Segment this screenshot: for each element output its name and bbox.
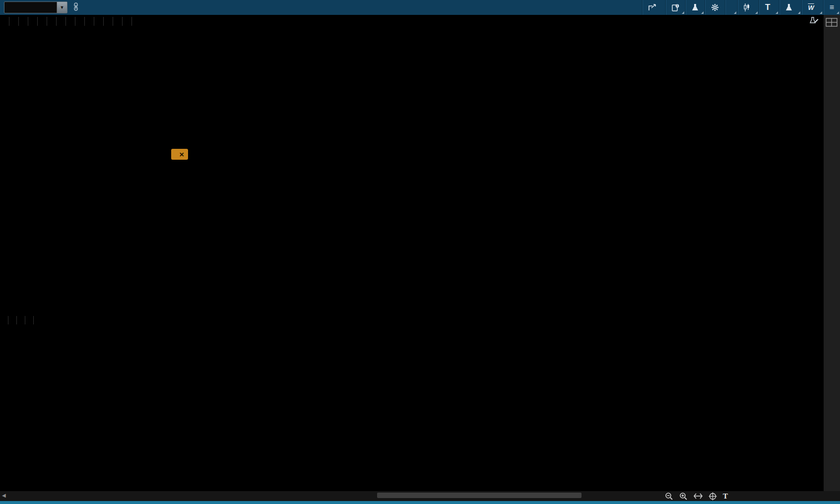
toolbar-left: ▼	[0, 1, 642, 13]
menu-button[interactable]: ≡	[823, 0, 840, 15]
dropdown-corner	[775, 11, 778, 14]
rsi-param-30	[17, 316, 25, 324]
rsi-study-label[interactable]	[0, 316, 8, 324]
pan-arrows-icon[interactable]	[694, 493, 703, 500]
toolbar-right: i T	[642, 0, 840, 15]
quick-study-button[interactable]	[685, 0, 705, 15]
symbol-dropdown-icon[interactable]: ▼	[57, 2, 67, 13]
dropdown-corner	[701, 11, 704, 14]
drawings-icon: T	[765, 2, 770, 12]
zoom-out-icon[interactable]	[665, 492, 673, 501]
drawings-button[interactable]: T	[759, 0, 779, 15]
sma10-study-label[interactable]	[66, 17, 75, 26]
timeframe-button[interactable]	[725, 0, 737, 15]
ohlc-high	[28, 17, 38, 26]
studies-ellipsis[interactable]	[123, 17, 132, 26]
sma50-study-label[interactable]	[104, 17, 113, 26]
thinkorswim-window: ▼ i	[0, 0, 840, 504]
mark-alert-badge[interactable]: ✕	[171, 149, 188, 160]
zoom-in-icon[interactable]	[679, 492, 688, 501]
dropdown-corner	[682, 11, 684, 14]
dropdown-corner	[734, 11, 736, 14]
chart-header-row	[0, 15, 824, 28]
text-tool-icon[interactable]: T	[723, 492, 728, 501]
edit-studies-button[interactable]	[810, 17, 824, 26]
crosshair-icon[interactable]	[709, 492, 717, 501]
price-chart-canvas[interactable]	[0, 28, 824, 491]
studies-button[interactable]	[779, 0, 801, 15]
ohlc-range	[57, 17, 66, 26]
candle-style-icon	[744, 3, 750, 11]
rsi-param-70	[25, 316, 34, 324]
symbol-input[interactable]: ▼	[4, 1, 67, 13]
flask-icon	[692, 3, 699, 11]
share-icon	[648, 4, 656, 11]
sma10-study-value	[75, 17, 85, 26]
settings-button[interactable]	[705, 0, 725, 15]
bottom-bar: ◀ T	[0, 491, 840, 501]
chart-zoom-controls: T	[665, 492, 728, 501]
rsi-study-value	[8, 316, 17, 324]
sma20-study-value	[94, 17, 104, 26]
mark-close-icon[interactable]: ✕	[179, 151, 184, 158]
studies-flask-icon	[785, 3, 792, 11]
window-bottom-edge	[0, 501, 840, 504]
hamburger-menu-icon: ≡	[830, 3, 834, 12]
chart-title	[0, 17, 9, 26]
svg-text:i: i	[677, 4, 678, 7]
link-icon[interactable]	[72, 2, 79, 13]
scroll-left-arrow[interactable]: ◀	[2, 493, 6, 498]
grid-layout-icon[interactable]	[826, 18, 838, 27]
ohlc-close	[47, 17, 57, 26]
rsi-study-header	[0, 314, 824, 326]
ohlc-date	[9, 17, 19, 26]
sma20-study-label[interactable]	[85, 17, 94, 26]
ohlc-open	[19, 17, 28, 26]
dropdown-corner	[755, 11, 758, 14]
style-button[interactable]	[737, 0, 759, 15]
notes-button[interactable]: i	[665, 0, 685, 15]
symbol-value[interactable]	[4, 2, 57, 13]
sma50-study-value	[113, 17, 123, 26]
dropdown-corner	[820, 11, 822, 14]
gear-icon	[711, 3, 719, 11]
right-sidebar	[824, 15, 840, 501]
share-button[interactable]	[642, 0, 665, 15]
dropdown-corner	[837, 11, 839, 14]
ohlc-low	[38, 17, 47, 26]
time-axis[interactable]	[0, 477, 824, 491]
top-toolbar: ▼ i	[0, 0, 840, 15]
note-info-icon: i	[672, 4, 679, 11]
patterns-icon: W	[808, 4, 814, 11]
dropdown-corner	[798, 11, 800, 14]
horizontal-scrollbar-thumb[interactable]	[377, 493, 582, 498]
patterns-button[interactable]: W	[801, 0, 823, 15]
edit-studies-icon	[810, 17, 819, 25]
